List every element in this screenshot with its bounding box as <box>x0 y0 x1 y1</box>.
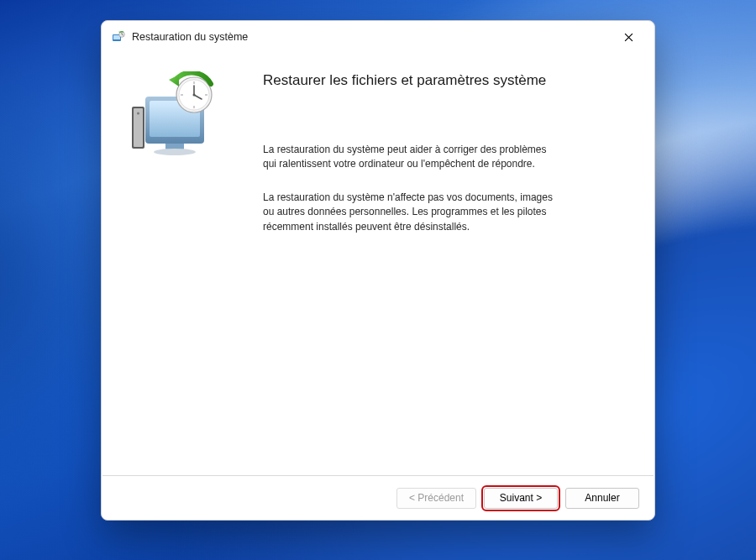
cancel-button[interactable]: Annuler <box>565 488 639 509</box>
titlebar: Restauration du système <box>102 21 654 53</box>
close-button[interactable] <box>611 24 646 50</box>
intro-paragraph-2: La restauration du système n'affecte pas… <box>263 191 557 234</box>
intro-paragraph-1: La restauration du système peut aider à … <box>263 143 557 172</box>
svg-rect-1 <box>113 35 120 39</box>
dialog-footer: < Précédent Suivant > Annuler <box>102 476 654 520</box>
svg-point-18 <box>193 94 196 97</box>
system-restore-icon <box>127 71 228 164</box>
app-icon <box>112 30 125 44</box>
system-restore-dialog: Restauration du système <box>101 20 655 521</box>
text-column: Restaurer les fichiers et paramètres sys… <box>253 71 633 467</box>
next-button[interactable]: Suivant > <box>484 488 558 509</box>
svg-point-5 <box>137 113 139 115</box>
dialog-content: Restaurer les fichiers et paramètres sys… <box>102 53 654 475</box>
svg-point-9 <box>154 149 196 155</box>
page-heading: Restaurer les fichiers et paramètres sys… <box>263 71 633 91</box>
back-button: < Précédent <box>396 488 476 509</box>
close-icon <box>624 33 633 42</box>
window-title: Restauration du système <box>132 31 611 43</box>
illustration-column <box>127 71 253 467</box>
